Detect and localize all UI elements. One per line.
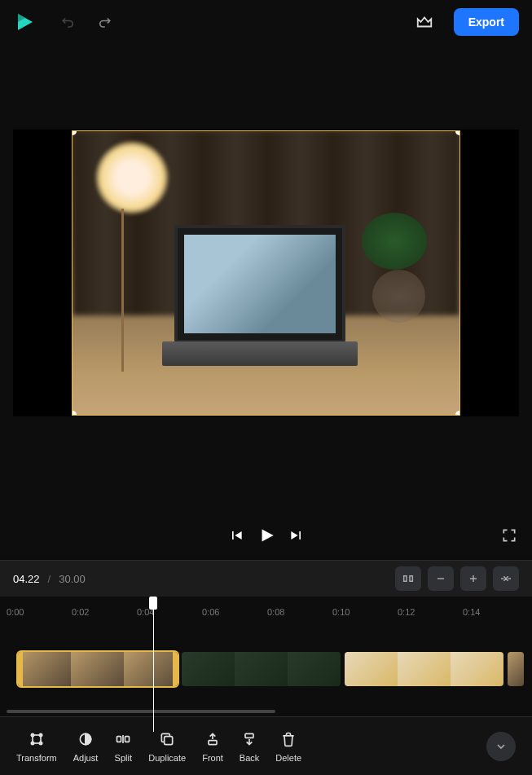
fullscreen-button[interactable] — [501, 527, 517, 544]
preview-area — [0, 130, 532, 416]
previous-button[interactable] — [228, 527, 244, 544]
collapse-toolbar-button[interactable] — [486, 732, 516, 761]
tool-label: Adjust — [73, 753, 99, 763]
clip[interactable] — [345, 652, 503, 686]
export-button[interactable]: Export — [454, 8, 519, 36]
ruler-tick: 0:08 — [267, 597, 332, 627]
svg-point-1 — [31, 733, 33, 736]
ruler-tick: 0:10 — [332, 597, 398, 627]
ruler-tick: 0:04 — [137, 597, 202, 627]
svg-rect-6 — [117, 736, 121, 742]
next-button[interactable] — [288, 527, 305, 544]
ruler-tick: 0:06 — [202, 597, 267, 627]
time-separator: / — [48, 573, 51, 585]
preview-image — [73, 131, 459, 415]
tool-label: Duplicate — [148, 753, 186, 763]
tool-label: Split — [115, 753, 132, 763]
total-time: 30.00 — [59, 573, 86, 585]
back-icon — [240, 730, 258, 748]
tool-label: Delete — [275, 753, 301, 763]
back-button[interactable]: Back — [233, 725, 266, 768]
svg-point-3 — [31, 742, 33, 744]
transform-button[interactable]: Transform — [10, 725, 64, 768]
undo-button[interactable] — [54, 7, 83, 37]
ruler-tick: 0:00 — [7, 597, 72, 627]
timeline-ruler[interactable]: 0:00 0:02 0:04 0:06 0:08 0:10 0:12 0:14 — [0, 597, 532, 627]
timeline-header: 04.22 / 30.00 — [0, 560, 532, 597]
delete-button[interactable]: Delete — [269, 725, 308, 768]
playhead[interactable] — [153, 597, 157, 727]
duplicate-icon — [158, 730, 176, 748]
svg-point-2 — [39, 733, 42, 736]
adjust-button[interactable]: Adjust — [67, 725, 105, 768]
zoom-out-button[interactable] — [428, 566, 454, 591]
svg-rect-7 — [125, 736, 130, 742]
duplicate-button[interactable]: Duplicate — [142, 725, 192, 768]
playback-controls — [0, 511, 532, 560]
svg-rect-9 — [209, 740, 217, 744]
svg-point-4 — [39, 742, 42, 744]
bottom-toolbar: Transform Adjust Split Duplicate Front B… — [0, 716, 532, 775]
media-selection-frame[interactable] — [72, 130, 460, 416]
clip[interactable] — [508, 652, 524, 686]
ruler-tick: 0:12 — [398, 597, 463, 627]
resize-handle-bottom-right[interactable] — [455, 411, 460, 416]
transform-icon — [28, 730, 46, 748]
split-icon — [114, 730, 132, 748]
timeline-scrollbar[interactable] — [0, 710, 532, 715]
adjust-icon — [77, 730, 95, 748]
zoom-fit-button[interactable] — [395, 566, 421, 591]
tool-label: Transform — [16, 753, 57, 763]
preview-canvas[interactable] — [13, 130, 519, 416]
tool-label: Front — [202, 753, 223, 763]
front-icon — [204, 730, 222, 748]
zoom-in-button[interactable] — [460, 566, 486, 591]
redo-button[interactable] — [90, 7, 119, 37]
current-time: 04.22 — [13, 573, 40, 585]
ruler-tick: 0:14 — [463, 597, 528, 627]
clip[interactable] — [182, 652, 341, 686]
delete-icon — [279, 730, 297, 748]
zoom-collapse-button[interactable] — [493, 566, 519, 591]
split-button[interactable]: Split — [108, 725, 138, 768]
ruler-tick: 0:02 — [72, 597, 137, 627]
tool-label: Back — [240, 753, 259, 763]
timeline-clips[interactable] — [0, 627, 532, 705]
scroll-thumb[interactable] — [7, 710, 275, 713]
play-button[interactable] — [256, 525, 277, 546]
app-logo[interactable] — [13, 11, 36, 33]
svg-rect-8 — [165, 736, 173, 744]
topbar: Export — [0, 0, 532, 44]
front-button[interactable]: Front — [196, 725, 230, 768]
svg-rect-10 — [245, 733, 253, 738]
premium-button[interactable] — [410, 7, 439, 37]
